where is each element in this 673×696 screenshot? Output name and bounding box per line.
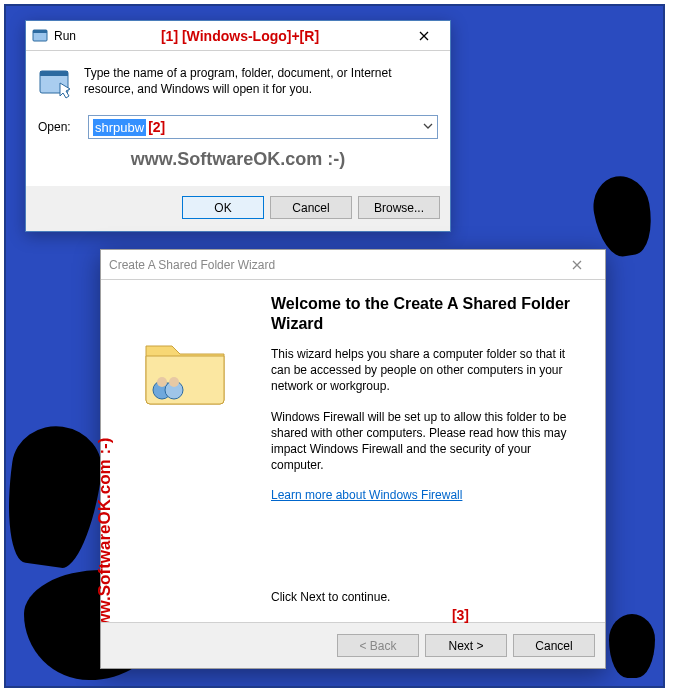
cancel-button[interactable]: Cancel xyxy=(270,196,352,219)
run-button-row: OK Cancel Browse... xyxy=(26,186,450,231)
shared-folder-wizard: Create A Shared Folder Wizard www.Softwa… xyxy=(100,249,606,669)
wizard-titlebar[interactable]: Create A Shared Folder Wizard xyxy=(101,250,605,280)
close-icon xyxy=(572,260,582,270)
watermark-horizontal: www.SoftwareOK.com :-) xyxy=(38,149,438,170)
svg-point-6 xyxy=(157,377,167,387)
wizard-cancel-button[interactable]: Cancel xyxy=(513,634,595,657)
close-icon xyxy=(419,31,429,41)
run-dialog: Run [1] [Windows-Logo]+[R] Type the name… xyxy=(25,20,451,232)
annotation-2: [2] xyxy=(148,119,165,135)
firewall-learn-more-link[interactable]: Learn more about Windows Firewall xyxy=(271,488,462,502)
silhouette-decoration xyxy=(4,420,107,571)
watermark-vertical: www.SoftwareOK.com :-) xyxy=(95,438,115,640)
wizard-continue-text: Click Next to continue. xyxy=(271,590,587,604)
wizard-paragraph-2: Windows Firewall will be set up to allow… xyxy=(271,409,587,474)
silhouette-decoration xyxy=(609,614,655,678)
svg-point-7 xyxy=(169,377,179,387)
annotation-1: [1] [Windows-Logo]+[R] xyxy=(76,28,404,44)
run-open-label: Open: xyxy=(38,120,80,134)
browse-button[interactable]: Browse... xyxy=(358,196,440,219)
wizard-left-panel: www.SoftwareOK.com :-) xyxy=(101,280,271,622)
wizard-footer: [3] < Back Next > Cancel xyxy=(101,622,605,668)
wizard-title: Create A Shared Folder Wizard xyxy=(109,258,275,272)
svg-rect-1 xyxy=(33,30,47,33)
back-button: < Back xyxy=(337,634,419,657)
annotation-3: [3] xyxy=(452,607,469,623)
run-description: Type the name of a program, folder, docu… xyxy=(84,65,438,101)
run-open-combobox[interactable]: shrpubw [2] xyxy=(88,115,438,139)
run-titlebar[interactable]: Run [1] [Windows-Logo]+[R] xyxy=(26,21,450,51)
run-title: Run xyxy=(54,29,76,43)
silhouette-decoration xyxy=(588,172,657,261)
wizard-right-panel: Welcome to the Create A Shared Folder Wi… xyxy=(271,280,605,622)
wizard-body: www.SoftwareOK.com :-) Welcome to the Cr… xyxy=(101,280,605,622)
shared-folder-icon xyxy=(138,330,234,410)
ok-button[interactable]: OK xyxy=(182,196,264,219)
next-button[interactable]: Next > xyxy=(425,634,507,657)
svg-rect-3 xyxy=(40,71,68,76)
run-body: Type the name of a program, folder, docu… xyxy=(26,51,450,186)
run-close-button[interactable] xyxy=(404,23,444,49)
desktop-background: www.SoftwareOK.com :-) Run [1] [Windows-… xyxy=(4,4,665,688)
run-open-value: shrpubw xyxy=(93,119,146,136)
run-large-icon xyxy=(38,65,74,101)
wizard-heading: Welcome to the Create A Shared Folder Wi… xyxy=(271,294,587,334)
chevron-down-icon[interactable] xyxy=(423,120,433,134)
run-app-icon xyxy=(32,28,48,44)
wizard-close-button[interactable] xyxy=(557,252,597,278)
wizard-paragraph-1: This wizard helps you share a computer f… xyxy=(271,346,587,395)
